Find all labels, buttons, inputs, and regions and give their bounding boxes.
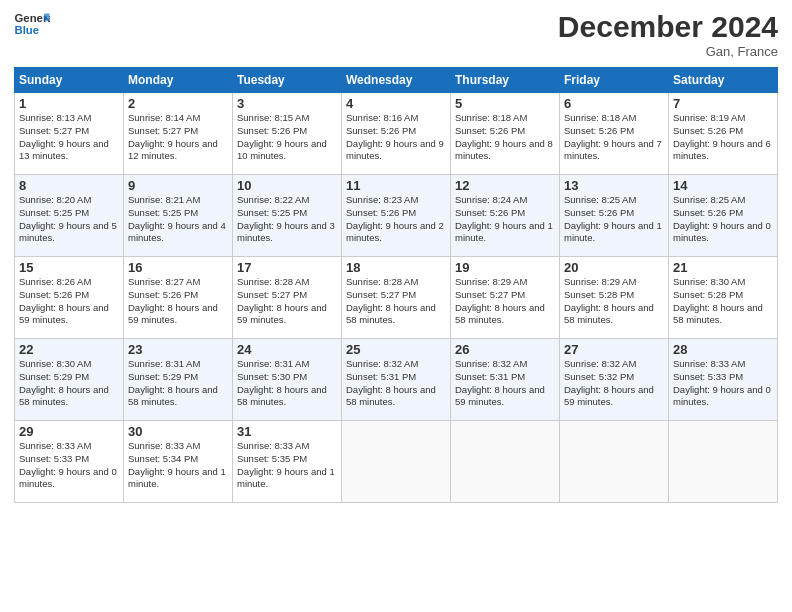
week-row-5: 29 Sunrise: 8:33 AM Sunset: 5:33 PM Dayl… bbox=[15, 421, 778, 503]
table-row: 1 Sunrise: 8:13 AM Sunset: 5:27 PM Dayli… bbox=[15, 93, 124, 175]
day-number: 8 bbox=[19, 178, 119, 193]
table-row bbox=[669, 421, 778, 503]
cell-content: Sunrise: 8:20 AM Sunset: 5:25 PM Dayligh… bbox=[19, 194, 119, 245]
cell-content: Sunrise: 8:24 AM Sunset: 5:26 PM Dayligh… bbox=[455, 194, 555, 245]
cell-content: Sunrise: 8:31 AM Sunset: 5:29 PM Dayligh… bbox=[128, 358, 228, 409]
table-row: 3 Sunrise: 8:15 AM Sunset: 5:26 PM Dayli… bbox=[233, 93, 342, 175]
day-number: 28 bbox=[673, 342, 773, 357]
day-number: 15 bbox=[19, 260, 119, 275]
table-row: 11 Sunrise: 8:23 AM Sunset: 5:26 PM Dayl… bbox=[342, 175, 451, 257]
table-row: 23 Sunrise: 8:31 AM Sunset: 5:29 PM Dayl… bbox=[124, 339, 233, 421]
table-row: 6 Sunrise: 8:18 AM Sunset: 5:26 PM Dayli… bbox=[560, 93, 669, 175]
cell-content: Sunrise: 8:29 AM Sunset: 5:28 PM Dayligh… bbox=[564, 276, 664, 327]
table-row: 8 Sunrise: 8:20 AM Sunset: 5:25 PM Dayli… bbox=[15, 175, 124, 257]
day-number: 3 bbox=[237, 96, 337, 111]
cell-content: Sunrise: 8:23 AM Sunset: 5:26 PM Dayligh… bbox=[346, 194, 446, 245]
table-row: 29 Sunrise: 8:33 AM Sunset: 5:33 PM Dayl… bbox=[15, 421, 124, 503]
table-row: 10 Sunrise: 8:22 AM Sunset: 5:25 PM Dayl… bbox=[233, 175, 342, 257]
day-number: 21 bbox=[673, 260, 773, 275]
table-row: 18 Sunrise: 8:28 AM Sunset: 5:27 PM Dayl… bbox=[342, 257, 451, 339]
calendar-table: Sunday Monday Tuesday Wednesday Thursday… bbox=[14, 67, 778, 503]
day-number: 12 bbox=[455, 178, 555, 193]
col-saturday: Saturday bbox=[669, 68, 778, 93]
day-number: 25 bbox=[346, 342, 446, 357]
header: General Blue December 2024 Gan, France bbox=[14, 10, 778, 59]
table-row: 19 Sunrise: 8:29 AM Sunset: 5:27 PM Dayl… bbox=[451, 257, 560, 339]
table-row: 22 Sunrise: 8:30 AM Sunset: 5:29 PM Dayl… bbox=[15, 339, 124, 421]
table-row: 16 Sunrise: 8:27 AM Sunset: 5:26 PM Dayl… bbox=[124, 257, 233, 339]
cell-content: Sunrise: 8:25 AM Sunset: 5:26 PM Dayligh… bbox=[564, 194, 664, 245]
day-number: 30 bbox=[128, 424, 228, 439]
day-number: 17 bbox=[237, 260, 337, 275]
table-row: 5 Sunrise: 8:18 AM Sunset: 5:26 PM Dayli… bbox=[451, 93, 560, 175]
svg-text:Blue: Blue bbox=[15, 24, 40, 36]
table-row: 15 Sunrise: 8:26 AM Sunset: 5:26 PM Dayl… bbox=[15, 257, 124, 339]
cell-content: Sunrise: 8:32 AM Sunset: 5:31 PM Dayligh… bbox=[455, 358, 555, 409]
title-block: December 2024 Gan, France bbox=[558, 10, 778, 59]
cell-content: Sunrise: 8:16 AM Sunset: 5:26 PM Dayligh… bbox=[346, 112, 446, 163]
table-row bbox=[342, 421, 451, 503]
cell-content: Sunrise: 8:18 AM Sunset: 5:26 PM Dayligh… bbox=[455, 112, 555, 163]
day-number: 6 bbox=[564, 96, 664, 111]
day-number: 14 bbox=[673, 178, 773, 193]
table-row bbox=[560, 421, 669, 503]
day-number: 22 bbox=[19, 342, 119, 357]
day-number: 20 bbox=[564, 260, 664, 275]
table-row: 2 Sunrise: 8:14 AM Sunset: 5:27 PM Dayli… bbox=[124, 93, 233, 175]
table-row: 12 Sunrise: 8:24 AM Sunset: 5:26 PM Dayl… bbox=[451, 175, 560, 257]
cell-content: Sunrise: 8:28 AM Sunset: 5:27 PM Dayligh… bbox=[346, 276, 446, 327]
cell-content: Sunrise: 8:30 AM Sunset: 5:29 PM Dayligh… bbox=[19, 358, 119, 409]
col-monday: Monday bbox=[124, 68, 233, 93]
header-row: Sunday Monday Tuesday Wednesday Thursday… bbox=[15, 68, 778, 93]
table-row: 25 Sunrise: 8:32 AM Sunset: 5:31 PM Dayl… bbox=[342, 339, 451, 421]
table-row: 14 Sunrise: 8:25 AM Sunset: 5:26 PM Dayl… bbox=[669, 175, 778, 257]
day-number: 16 bbox=[128, 260, 228, 275]
cell-content: Sunrise: 8:26 AM Sunset: 5:26 PM Dayligh… bbox=[19, 276, 119, 327]
day-number: 5 bbox=[455, 96, 555, 111]
cell-content: Sunrise: 8:33 AM Sunset: 5:35 PM Dayligh… bbox=[237, 440, 337, 491]
table-row: 4 Sunrise: 8:16 AM Sunset: 5:26 PM Dayli… bbox=[342, 93, 451, 175]
day-number: 4 bbox=[346, 96, 446, 111]
col-tuesday: Tuesday bbox=[233, 68, 342, 93]
week-row-2: 8 Sunrise: 8:20 AM Sunset: 5:25 PM Dayli… bbox=[15, 175, 778, 257]
day-number: 27 bbox=[564, 342, 664, 357]
day-number: 11 bbox=[346, 178, 446, 193]
cell-content: Sunrise: 8:30 AM Sunset: 5:28 PM Dayligh… bbox=[673, 276, 773, 327]
col-wednesday: Wednesday bbox=[342, 68, 451, 93]
table-row: 17 Sunrise: 8:28 AM Sunset: 5:27 PM Dayl… bbox=[233, 257, 342, 339]
day-number: 24 bbox=[237, 342, 337, 357]
cell-content: Sunrise: 8:18 AM Sunset: 5:26 PM Dayligh… bbox=[564, 112, 664, 163]
col-sunday: Sunday bbox=[15, 68, 124, 93]
table-row: 20 Sunrise: 8:29 AM Sunset: 5:28 PM Dayl… bbox=[560, 257, 669, 339]
cell-content: Sunrise: 8:22 AM Sunset: 5:25 PM Dayligh… bbox=[237, 194, 337, 245]
cell-content: Sunrise: 8:19 AM Sunset: 5:26 PM Dayligh… bbox=[673, 112, 773, 163]
week-row-3: 15 Sunrise: 8:26 AM Sunset: 5:26 PM Dayl… bbox=[15, 257, 778, 339]
day-number: 31 bbox=[237, 424, 337, 439]
col-thursday: Thursday bbox=[451, 68, 560, 93]
cell-content: Sunrise: 8:29 AM Sunset: 5:27 PM Dayligh… bbox=[455, 276, 555, 327]
table-row: 26 Sunrise: 8:32 AM Sunset: 5:31 PM Dayl… bbox=[451, 339, 560, 421]
day-number: 18 bbox=[346, 260, 446, 275]
location: Gan, France bbox=[558, 44, 778, 59]
table-row: 30 Sunrise: 8:33 AM Sunset: 5:34 PM Dayl… bbox=[124, 421, 233, 503]
table-row: 21 Sunrise: 8:30 AM Sunset: 5:28 PM Dayl… bbox=[669, 257, 778, 339]
day-number: 9 bbox=[128, 178, 228, 193]
cell-content: Sunrise: 8:27 AM Sunset: 5:26 PM Dayligh… bbox=[128, 276, 228, 327]
cell-content: Sunrise: 8:15 AM Sunset: 5:26 PM Dayligh… bbox=[237, 112, 337, 163]
day-number: 26 bbox=[455, 342, 555, 357]
cell-content: Sunrise: 8:33 AM Sunset: 5:33 PM Dayligh… bbox=[673, 358, 773, 409]
day-number: 29 bbox=[19, 424, 119, 439]
table-row: 31 Sunrise: 8:33 AM Sunset: 5:35 PM Dayl… bbox=[233, 421, 342, 503]
cell-content: Sunrise: 8:25 AM Sunset: 5:26 PM Dayligh… bbox=[673, 194, 773, 245]
table-row: 28 Sunrise: 8:33 AM Sunset: 5:33 PM Dayl… bbox=[669, 339, 778, 421]
cell-content: Sunrise: 8:14 AM Sunset: 5:27 PM Dayligh… bbox=[128, 112, 228, 163]
table-row: 9 Sunrise: 8:21 AM Sunset: 5:25 PM Dayli… bbox=[124, 175, 233, 257]
cell-content: Sunrise: 8:13 AM Sunset: 5:27 PM Dayligh… bbox=[19, 112, 119, 163]
table-row: 27 Sunrise: 8:32 AM Sunset: 5:32 PM Dayl… bbox=[560, 339, 669, 421]
day-number: 1 bbox=[19, 96, 119, 111]
table-row: 7 Sunrise: 8:19 AM Sunset: 5:26 PM Dayli… bbox=[669, 93, 778, 175]
week-row-1: 1 Sunrise: 8:13 AM Sunset: 5:27 PM Dayli… bbox=[15, 93, 778, 175]
page-container: General Blue December 2024 Gan, France S… bbox=[0, 0, 792, 509]
table-row: 24 Sunrise: 8:31 AM Sunset: 5:30 PM Dayl… bbox=[233, 339, 342, 421]
col-friday: Friday bbox=[560, 68, 669, 93]
